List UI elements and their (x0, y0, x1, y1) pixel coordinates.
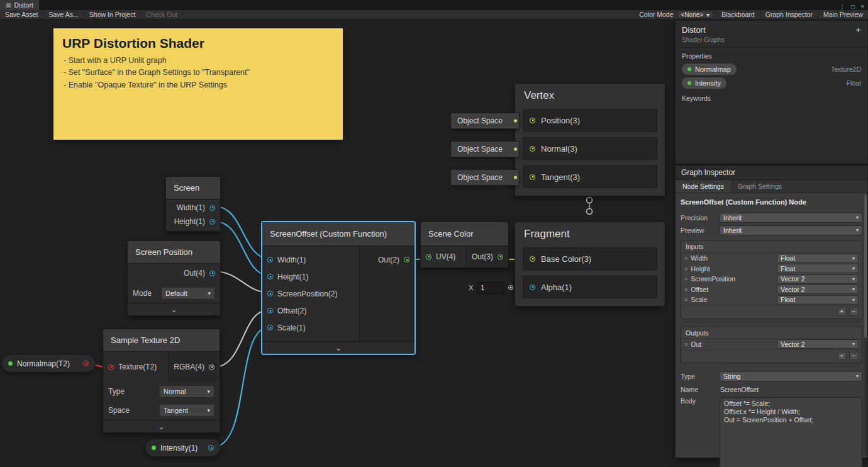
blackboard-toggle-button[interactable]: Blackboard (716, 10, 760, 19)
screenoffset-screenposition-input-port[interactable] (267, 291, 273, 296)
tab-node-settings[interactable]: Node Settings (676, 180, 731, 193)
input-type-dropdown[interactable]: Float ▾ (777, 254, 859, 263)
save-as-button[interactable]: Save As... (44, 10, 84, 19)
preview-dropdown[interactable]: Inherit ▾ (720, 225, 862, 235)
alpha-value-input[interactable] (477, 282, 504, 294)
object-space-chip-tangent[interactable]: Object Space (450, 169, 520, 186)
node-screen[interactable]: Screen Width(1) Height(1) (165, 176, 221, 232)
screenoffset-collapse-toggle[interactable]: ⌄ (262, 341, 415, 354)
vertex-position-block[interactable]: Position(3) (523, 109, 657, 132)
maximize-icon[interactable]: □ (851, 3, 855, 10)
function-name-value[interactable]: ScreenOffset (720, 386, 862, 393)
vertex-normal-block[interactable]: Normal(3) (523, 137, 657, 160)
function-body-editor[interactable]: Offset *= Scale; Offset.x *= Height / Wi… (720, 397, 862, 467)
screenoffset-output-port[interactable] (404, 257, 409, 262)
fragment-base-color-block[interactable]: Base Color(3) (523, 247, 657, 270)
scene-color-uv-label: UV(4) (436, 252, 455, 261)
property-node-intensity[interactable]: Intensity(1) (145, 439, 221, 457)
input-row-offset[interactable]: ≡ Offset Vector 2 ▾ (681, 284, 862, 295)
add-property-button[interactable]: + (855, 25, 861, 33)
node-sample-texture-2d[interactable]: Sample Texture 2D Texture(T2) RGBA(4) Ty… (103, 329, 220, 433)
input-type-value: Float (781, 265, 795, 273)
kebab-menu-icon[interactable]: ⋮ (839, 3, 845, 10)
screenoffset-scale-input-port[interactable] (267, 325, 273, 330)
property-node-normalmap[interactable]: Normalmap(T2) (1, 354, 96, 373)
fragment-alpha-input-port[interactable] (530, 284, 535, 290)
vertex-position-input-port[interactable] (530, 118, 535, 123)
remove-input-button[interactable]: − (849, 308, 859, 316)
sample-texture-collapse-toggle[interactable]: ⌄ (103, 420, 220, 432)
sample-texture-rgba-output-port[interactable] (209, 364, 214, 370)
node-scene-color[interactable]: Scene Color UV(4) Out(3) (420, 222, 509, 268)
add-input-button[interactable]: + (837, 308, 847, 316)
main-preview-toggle-button[interactable]: Main Preview (818, 10, 868, 19)
function-type-dropdown[interactable]: String ▾ (720, 371, 862, 381)
inspector-scrollbar[interactable] (864, 194, 867, 456)
input-row-screenposition[interactable]: ≡ ScreenPosition Vector 2 ▾ (681, 274, 862, 284)
precision-dropdown[interactable]: Inherit ▾ (720, 213, 862, 223)
tab-graph-settings[interactable]: Graph Settings (731, 180, 789, 193)
input-type-dropdown[interactable]: Vector 2 ▾ (777, 284, 859, 294)
screen-width-output-port[interactable] (209, 205, 215, 211)
intensity-property-pill[interactable]: Intensity (682, 77, 726, 89)
intensity-output-port[interactable] (208, 445, 214, 451)
normalmap-property-pill[interactable]: Normalmap (682, 64, 737, 75)
drag-handle-icon[interactable]: ≡ (684, 341, 687, 347)
vertex-tangent-block[interactable]: Tangent(3) (523, 166, 657, 188)
collapse-chevron-icon: ⌄ (170, 305, 177, 314)
screen-position-collapse-toggle[interactable]: ⌄ (128, 303, 220, 315)
close-icon[interactable]: × (860, 3, 864, 10)
output-type-dropdown[interactable]: Vector 2 ▾ (777, 339, 859, 349)
input-type-dropdown[interactable]: Vector 2 ▾ (777, 274, 859, 284)
drag-handle-icon[interactable]: ≡ (684, 286, 687, 293)
keywords-section-label: Keywords (676, 90, 867, 104)
graph-inspector-toggle-button[interactable]: Graph Inspector (760, 10, 818, 19)
properties-section-label: Properties (676, 48, 867, 62)
object-space-chip-position[interactable]: Object Space (450, 113, 520, 129)
node-screenoffset-custom-function[interactable]: ScreenOffset (Custom Function) Width(1) … (262, 222, 415, 354)
sticky-note[interactable]: URP Distortion Shader - Start with a URP… (53, 28, 343, 140)
drag-handle-icon[interactable]: ≡ (684, 266, 687, 272)
screen-height-output-port[interactable] (209, 219, 215, 225)
fragment-top-port[interactable] (587, 209, 593, 215)
screenoffset-height-input-port[interactable] (267, 274, 273, 279)
input-type-dropdown[interactable]: Float ▾ (777, 264, 859, 273)
save-asset-button[interactable]: Save Asset (0, 10, 44, 19)
color-mode-dropdown[interactable]: <None> ▾ (677, 11, 714, 18)
show-in-project-button[interactable]: Show In Project (84, 10, 142, 19)
texture-type-value: Normal (164, 388, 186, 395)
add-output-button[interactable]: + (837, 352, 847, 360)
scene-color-uv-input-port[interactable] (426, 254, 431, 260)
sample-texture-texture-input-port[interactable] (108, 364, 114, 370)
node-vertex[interactable]: Vertex Position(3) Normal(3) Tangent(3) (515, 83, 665, 196)
output-row-out[interactable]: ≡ Out Vector 2 ▾ (681, 339, 862, 350)
fragment-base-color-input-port[interactable] (530, 256, 535, 262)
drag-handle-icon[interactable]: ≡ (684, 296, 687, 303)
drag-handle-icon[interactable]: ≡ (684, 255, 687, 261)
vertex-bottom-port[interactable] (587, 198, 593, 203)
fragment-alpha-block[interactable]: Alpha(1) (523, 276, 657, 298)
property-row-intensity[interactable]: Intensity Float (676, 76, 867, 90)
texture-type-dropdown[interactable]: Normal ▾ (159, 385, 214, 398)
input-row-height[interactable]: ≡ Height Float ▾ (681, 264, 862, 274)
screenoffset-offset-input-port[interactable] (267, 308, 273, 313)
texture-space-dropdown[interactable]: Tangent ▾ (159, 404, 214, 417)
vertex-normal-input-port[interactable] (530, 146, 535, 152)
screenoffset-width-input-port[interactable] (267, 257, 273, 262)
tab-distort[interactable]: ▦ Distort (0, 0, 39, 10)
node-screen-position[interactable]: Screen Position Out(4) Mode Default ▾ ⌄ (127, 240, 221, 316)
mode-dropdown[interactable]: Default ▾ (161, 287, 215, 300)
alpha-field-output-port[interactable] (508, 285, 513, 290)
normalmap-output-port[interactable] (83, 361, 89, 366)
input-type-dropdown[interactable]: Float ▾ (777, 295, 859, 305)
input-row-width[interactable]: ≡ Width Float ▾ (681, 253, 862, 264)
object-space-chip-normal[interactable]: Object Space (450, 141, 520, 157)
drag-handle-icon[interactable]: ≡ (684, 276, 687, 282)
property-row-normalmap[interactable]: Normalmap Texture2D (676, 62, 867, 76)
screen-position-output-port[interactable] (209, 271, 215, 276)
vertex-tangent-input-port[interactable] (530, 174, 535, 180)
scene-color-output-port[interactable] (498, 254, 503, 260)
remove-output-button[interactable]: − (849, 352, 859, 360)
input-row-scale[interactable]: ≡ Scale Float ▾ (681, 295, 862, 305)
node-fragment[interactable]: Fragment Base Color(3) Alpha(1) (515, 222, 665, 307)
